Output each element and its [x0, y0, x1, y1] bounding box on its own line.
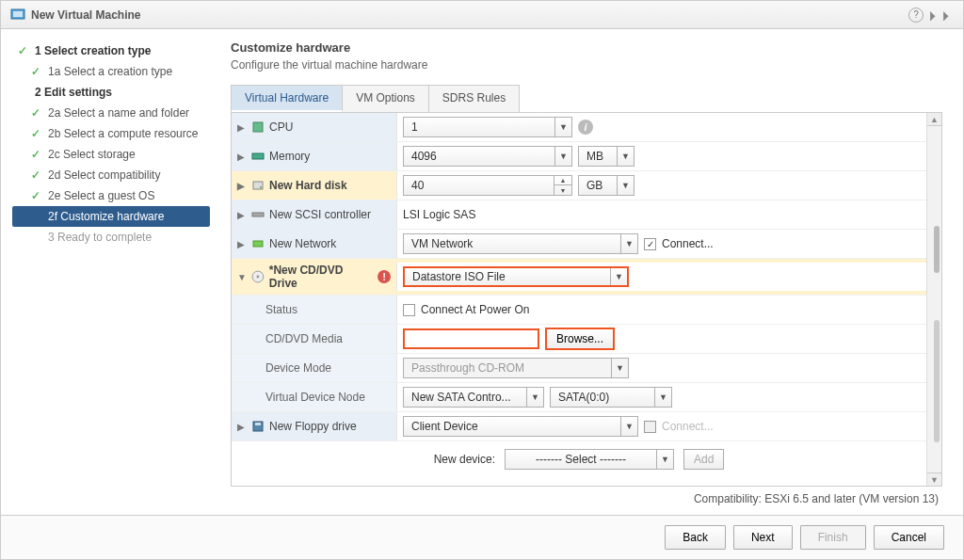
- check-icon: ✓: [18, 44, 29, 57]
- svg-rect-1: [13, 11, 23, 17]
- tab-vm-options[interactable]: VM Options: [343, 86, 429, 112]
- step-1[interactable]: ✓1 Select creation type: [12, 40, 210, 61]
- chevron-right-icon[interactable]: ▶: [237, 422, 247, 432]
- cancel-button[interactable]: Cancel: [874, 525, 944, 550]
- check-icon: ✓: [31, 189, 42, 202]
- chevron-down-icon[interactable]: ▼: [526, 388, 543, 407]
- floppy-select[interactable]: Client Device▼: [403, 416, 638, 437]
- page-title: Customize hardware: [231, 40, 942, 55]
- wizard-footer: Back Next Finish Cancel: [1, 515, 963, 559]
- svg-rect-11: [255, 423, 261, 425]
- chevron-down-icon[interactable]: ▼: [554, 147, 571, 166]
- drag-handle-icon[interactable]: [934, 226, 940, 273]
- tab-sdrs-rules[interactable]: SDRS Rules: [429, 86, 519, 112]
- cpu-select[interactable]: 1▼: [403, 117, 572, 137]
- info-icon[interactable]: i: [578, 120, 593, 135]
- chevron-down-icon[interactable]: ▼: [620, 417, 637, 436]
- step-2a[interactable]: ✓2a Select a name and folder: [12, 103, 210, 123]
- error-icon: !: [378, 270, 391, 283]
- node-port-select[interactable]: SATA(0:0)▼: [550, 387, 672, 408]
- step-2d[interactable]: ✓2d Select compatibility: [12, 165, 210, 185]
- row-cdrom-status: Status Connect At Power On: [232, 296, 926, 325]
- window-title: New Virtual Machine: [31, 8, 908, 22]
- chevron-down-icon[interactable]: ▼: [654, 388, 671, 407]
- node-controller-select[interactable]: New SATA Contro...▼: [403, 387, 544, 408]
- finish-button: Finish: [800, 525, 866, 550]
- row-cdrom-node: Virtual Device Node New SATA Contro...▼ …: [232, 383, 926, 412]
- chevron-right-icon[interactable]: ▶: [237, 181, 247, 191]
- scrollbar[interactable]: ▲ ▼: [926, 113, 941, 486]
- network-connect-checkbox[interactable]: ✓: [644, 238, 656, 250]
- step-2e[interactable]: ✓2e Select a guest OS: [12, 185, 210, 206]
- connect-poweron-checkbox[interactable]: [403, 304, 415, 316]
- row-cpu: ▶CPU 1▼ i: [232, 113, 926, 142]
- row-cdrom: ▼*New CD/DVD Drive ! Datastore ISO File▼: [232, 259, 926, 296]
- cd-icon: [251, 270, 265, 283]
- check-icon: ✓: [31, 106, 42, 120]
- scrollbar-thumb[interactable]: [934, 320, 940, 442]
- memory-unit-select[interactable]: MB▼: [578, 146, 635, 167]
- row-memory: ▶Memory 4096▼ MB▼: [232, 142, 926, 171]
- scsi-icon: [251, 208, 265, 221]
- harddisk-size-input[interactable]: 40▲▼: [403, 175, 572, 196]
- chevron-right-icon[interactable]: ▶: [237, 122, 247, 133]
- network-select[interactable]: VM Network▼: [403, 233, 638, 254]
- new-device-select[interactable]: ------- Select -------▼: [505, 449, 674, 470]
- content-header: Customize hardware Configure the virtual…: [231, 40, 942, 72]
- tab-virtual-hardware[interactable]: Virtual Hardware: [232, 86, 343, 112]
- svg-point-9: [256, 276, 259, 279]
- scroll-up-icon[interactable]: ▲: [927, 113, 941, 126]
- step-2[interactable]: 2 Edit settings: [12, 82, 210, 103]
- chevron-down-icon[interactable]: ▼: [656, 450, 673, 469]
- browse-button[interactable]: Browse...: [545, 328, 615, 350]
- step-2c[interactable]: ✓2c Select storage: [12, 144, 210, 165]
- row-cdrom-mode: Device Mode Passthrough CD-ROM▼: [232, 354, 926, 383]
- chevron-down-icon[interactable]: ▼: [610, 268, 627, 285]
- vm-icon: [10, 8, 25, 23]
- check-icon: ✓: [31, 168, 42, 182]
- scsi-value: LSI Logic SAS: [403, 208, 475, 221]
- next-button[interactable]: Next: [733, 525, 793, 550]
- collapse-toggle-icon[interactable]: ⏵⏵: [927, 8, 954, 23]
- row-network: ▶New Network VM Network▼ ✓ Connect...: [232, 230, 926, 259]
- row-floppy: ▶New Floppy drive Client Device▼ Connect…: [232, 412, 926, 441]
- memory-input[interactable]: 4096▼: [403, 146, 572, 167]
- floppy-connect-checkbox: [644, 421, 656, 433]
- chevron-down-icon[interactable]: ▼: [237, 272, 247, 282]
- disk-icon: [251, 179, 265, 192]
- step-1a[interactable]: ✓1a Select a creation type: [12, 61, 210, 82]
- help-icon[interactable]: ?: [908, 8, 924, 23]
- chevron-down-icon: ▼: [611, 359, 628, 377]
- spinner[interactable]: ▲▼: [554, 176, 571, 195]
- chevron-right-icon[interactable]: ▶: [237, 239, 247, 249]
- chevron-right-icon[interactable]: ▶: [237, 152, 247, 162]
- chevron-down-icon[interactable]: ▼: [617, 176, 634, 195]
- connect-label-disabled: Connect...: [662, 420, 714, 433]
- chevron-down-icon[interactable]: ▼: [554, 118, 571, 136]
- check-icon: ✓: [31, 148, 42, 161]
- svg-rect-6: [252, 213, 264, 216]
- chevron-right-icon[interactable]: ▶: [237, 210, 247, 220]
- add-device-button: Add: [683, 449, 724, 470]
- device-mode-select: Passthrough CD-ROM▼: [403, 358, 629, 378]
- cdrom-type-select[interactable]: Datastore ISO File▼: [403, 266, 629, 287]
- network-icon: [251, 237, 265, 250]
- svg-rect-7: [253, 241, 263, 247]
- cdrom-media-input[interactable]: [403, 328, 539, 349]
- row-scsi: ▶New SCSI controller LSI Logic SAS: [232, 200, 926, 230]
- vm-wizard-window: New Virtual Machine ? ⏵⏵ ✓1 Select creat…: [0, 0, 964, 560]
- harddisk-unit-select[interactable]: GB▼: [578, 175, 635, 196]
- compat-text: Compatibility: ESXi 6.5 and later (VM ve…: [231, 487, 942, 507]
- row-harddisk: ▶New Hard disk 40▲▼ GB▼: [232, 171, 926, 200]
- chevron-down-icon[interactable]: ▼: [617, 147, 634, 166]
- new-device-label: New device:: [434, 453, 495, 466]
- check-icon: ✓: [31, 127, 42, 140]
- content-area: Customize hardware Configure the virtual…: [217, 29, 963, 515]
- row-cdrom-media: CD/DVD Media Browse...: [232, 325, 926, 354]
- step-2f[interactable]: 2f Customize hardware: [12, 206, 210, 227]
- scroll-down-icon[interactable]: ▼: [927, 472, 941, 486]
- step-2b[interactable]: ✓2b Select a compute resource: [12, 123, 210, 144]
- connect-label: Connect...: [662, 237, 714, 250]
- chevron-down-icon[interactable]: ▼: [620, 234, 637, 253]
- back-button[interactable]: Back: [665, 525, 726, 550]
